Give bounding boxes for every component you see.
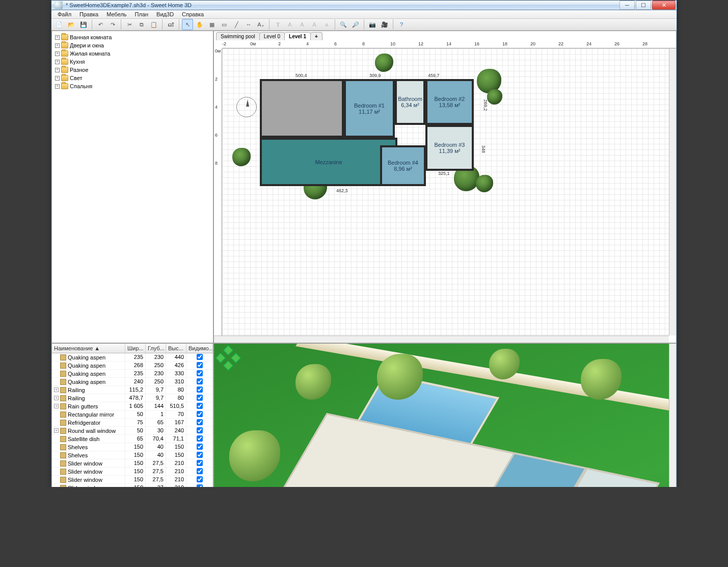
- copy-icon[interactable]: ⧉: [136, 19, 147, 30]
- table-row[interactable]: +Railing478,79,780: [52, 394, 213, 402]
- menu-file[interactable]: Файл: [53, 10, 75, 18]
- catalog-item[interactable]: +Разное: [53, 66, 212, 74]
- col-visible[interactable]: Видимо...: [186, 344, 213, 353]
- table-row[interactable]: +Slider window15027,5210: [52, 459, 213, 468]
- room-mezzanine[interactable]: Mezzanine: [260, 138, 397, 186]
- expand-icon[interactable]: +: [55, 51, 60, 56]
- wall-tool-icon[interactable]: ▦: [206, 19, 218, 30]
- 3d-pane[interactable]: [213, 343, 677, 487]
- expand-icon[interactable]: +: [55, 68, 60, 72]
- expand-icon[interactable]: +: [55, 60, 60, 64]
- maximize-button[interactable]: ☐: [636, 1, 651, 10]
- table-row[interactable]: +Quaking aspen268250426: [52, 362, 213, 370]
- zoom-in-icon[interactable]: 🔍: [338, 19, 349, 30]
- table-row[interactable]: +Slider window15027,5210: [52, 468, 213, 476]
- cut-icon[interactable]: ✂: [124, 19, 135, 30]
- menu-edit[interactable]: Правка: [75, 10, 102, 18]
- table-row[interactable]: +Shelves15040150: [52, 451, 213, 459]
- catalog-tree[interactable]: +Ванная комната+Двери и окна+Жилая комна…: [52, 31, 213, 92]
- plan-vscroll[interactable]: [669, 41, 676, 336]
- font-inc-icon[interactable]: А: [309, 19, 320, 30]
- 3d-nav[interactable]: [217, 347, 239, 369]
- expand-icon[interactable]: +: [54, 396, 59, 400]
- room-tool-icon[interactable]: ▭: [219, 19, 230, 30]
- zoom-out-icon[interactable]: 🔎: [350, 19, 361, 30]
- catalog-item[interactable]: +Жилая комната: [53, 49, 212, 58]
- compass-icon[interactable]: [236, 97, 257, 117]
- nav-left-icon[interactable]: [215, 353, 226, 363]
- dimension-tool-icon[interactable]: ↔: [243, 19, 254, 30]
- tab-add[interactable]: +: [310, 32, 322, 40]
- visible-checkbox[interactable]: [197, 362, 203, 368]
- plan-pane[interactable]: Swimming pool Level 0 Level 1 + -20м2468…: [213, 31, 677, 343]
- expand-icon[interactable]: +: [54, 404, 59, 408]
- col-depth[interactable]: Глуб...: [146, 344, 166, 353]
- close-button[interactable]: ✕: [652, 1, 676, 10]
- floorplan[interactable]: 500,4 309,9 459,7 269,2 348 462,3 325,1 …: [260, 79, 474, 186]
- visible-checkbox[interactable]: [197, 444, 203, 450]
- new-icon[interactable]: 📄: [53, 19, 65, 30]
- select-tool-icon[interactable]: ↖: [182, 19, 193, 30]
- table-row[interactable]: +Quaking aspen235230440: [52, 353, 213, 362]
- menu-plan[interactable]: План: [131, 10, 153, 18]
- visible-checkbox[interactable]: [197, 484, 203, 487]
- col-name[interactable]: Наименование ▲: [52, 344, 125, 353]
- table-row[interactable]: +Slider window15027,5210: [52, 476, 213, 484]
- expand-icon[interactable]: +: [54, 428, 59, 433]
- col-height[interactable]: Выс...: [166, 344, 186, 353]
- menu-help[interactable]: Справка: [178, 10, 208, 18]
- visible-checkbox[interactable]: [197, 378, 203, 384]
- table-row[interactable]: +Slider window15027210: [52, 484, 213, 487]
- redo-icon[interactable]: ↷: [107, 19, 118, 30]
- photo-icon[interactable]: 📷: [367, 19, 378, 30]
- tree-icon[interactable]: [232, 148, 251, 166]
- 3d-vscroll[interactable]: [669, 344, 676, 487]
- catalog-item[interactable]: +Свет: [53, 74, 212, 82]
- italic-icon[interactable]: A: [296, 19, 308, 30]
- nav-down-icon[interactable]: [223, 360, 233, 371]
- catalog-item[interactable]: +Двери и окна: [53, 41, 212, 49]
- nav-up-icon[interactable]: [223, 345, 233, 355]
- help-icon[interactable]: ?: [396, 19, 407, 30]
- expand-icon[interactable]: +: [55, 43, 60, 48]
- expand-icon[interactable]: +: [55, 84, 60, 89]
- visible-checkbox[interactable]: [197, 370, 203, 376]
- room-bathroom[interactable]: Bathroom6,34 м²: [395, 79, 425, 125]
- plan-grid[interactable]: 500,4 309,9 459,7 269,2 348 462,3 325,1 …: [222, 48, 669, 336]
- visible-checkbox[interactable]: [197, 435, 203, 442]
- add-furniture-icon[interactable]: 🛋: [165, 19, 176, 30]
- visible-checkbox[interactable]: [197, 386, 203, 393]
- table-row[interactable]: +Quaking aspen235230330: [52, 370, 213, 378]
- table-row[interactable]: +Satellite dish6570,471,1: [52, 435, 213, 443]
- expand-icon[interactable]: +: [55, 35, 60, 40]
- visible-checkbox[interactable]: [197, 452, 203, 458]
- visible-checkbox[interactable]: [197, 476, 203, 482]
- catalog-item[interactable]: +Ванная комната: [53, 33, 212, 41]
- table-row[interactable]: +Quaking aspen240250310: [52, 378, 213, 386]
- room-bedroom3[interactable]: Bedroom #311,39 м²: [425, 125, 474, 171]
- table-row[interactable]: +Rain gutters1 605144510,5: [52, 402, 213, 410]
- visible-checkbox[interactable]: [197, 354, 203, 360]
- font-dec-icon[interactable]: ᴀ: [321, 19, 332, 30]
- visible-checkbox[interactable]: [197, 427, 203, 433]
- tree-icon[interactable]: [476, 175, 493, 192]
- polyline-tool-icon[interactable]: ╱: [231, 19, 242, 30]
- visible-checkbox[interactable]: [197, 460, 203, 466]
- expand-icon[interactable]: +: [55, 76, 60, 81]
- pan-tool-icon[interactable]: ✋: [194, 19, 205, 30]
- titlebar[interactable]: * SweetHome3DExample7.sh3d - Sweet Home …: [51, 1, 677, 10]
- tree-icon[interactable]: [375, 54, 393, 72]
- catalog-item[interactable]: +Кухня: [53, 58, 212, 66]
- menu-furniture[interactable]: Мебель: [102, 10, 130, 18]
- plan-hscroll[interactable]: [214, 336, 669, 343]
- visible-checkbox[interactable]: [197, 468, 203, 474]
- room-bedroom4[interactable]: Bedroom #48,96 м²: [380, 145, 426, 186]
- tree-icon[interactable]: [487, 89, 502, 105]
- table-row[interactable]: +Shelves15040150: [52, 443, 213, 451]
- visible-checkbox[interactable]: [197, 419, 203, 425]
- open-icon[interactable]: 📂: [66, 19, 77, 30]
- table-row[interactable]: +Refridgerator7565167: [52, 419, 213, 427]
- menu-3d[interactable]: Вид3D: [152, 10, 178, 18]
- text-style-icon[interactable]: 𝐓: [272, 19, 283, 30]
- visible-checkbox[interactable]: [197, 403, 203, 409]
